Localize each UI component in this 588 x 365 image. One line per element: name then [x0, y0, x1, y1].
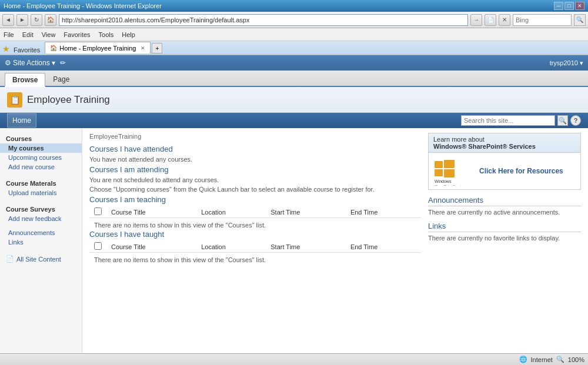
section-taught: Courses I have taught Course Title Locat…: [89, 230, 421, 264]
site-header: 📋 Employee Training: [0, 87, 588, 113]
site-search-input[interactable]: [461, 115, 555, 126]
user-menu[interactable]: trysp2010 ▾: [550, 59, 583, 67]
right-sidebar: Learn more about Windows® SharePoint® Se…: [428, 133, 581, 349]
close-btn[interactable]: ✕: [575, 2, 584, 10]
svg-rect-1: [444, 160, 455, 168]
taught-no-items: There are no items to show in this view …: [89, 255, 421, 264]
all-content-icon: 📄: [6, 255, 14, 263]
tab-page[interactable]: Page: [45, 72, 77, 86]
bing-search-input[interactable]: [513, 14, 572, 26]
bing-search-button[interactable]: 🔍: [574, 14, 586, 26]
sidebar-upcoming-courses[interactable]: Upcoming courses: [0, 153, 82, 162]
back-button[interactable]: ◄: [2, 14, 14, 26]
promo-header: Learn more about Windows® SharePoint® Se…: [429, 133, 580, 153]
menu-view[interactable]: View: [42, 31, 56, 38]
taught-table: Course Title Location Start Time End Tim…: [89, 241, 421, 253]
menu-bar: File Edit View Favorites Tools Help: [0, 28, 588, 41]
teaching-col-start: Start Time: [266, 206, 346, 218]
teaching-table: Course Title Location Start Time End Tim…: [89, 206, 421, 218]
promo-header-line1: Learn more about: [433, 136, 485, 143]
go-button[interactable]: →: [470, 14, 482, 26]
section-attended: Courses I have attended You have not att…: [89, 145, 421, 163]
section-attending: Courses I am attending You are not sched…: [89, 165, 421, 193]
browser-title: Home - Employee Training - Windows Inter…: [4, 2, 162, 9]
svg-rect-2: [435, 169, 443, 176]
taught-col-end: End Time: [346, 241, 421, 253]
site-icon-symbol: 📋: [10, 95, 20, 105]
tab-browse[interactable]: Browse: [5, 73, 45, 87]
main-area: Courses My courses Upcoming courses Add …: [0, 128, 588, 353]
refresh-button[interactable]: ↻: [31, 14, 42, 26]
stop-button[interactable]: ✕: [499, 14, 510, 26]
section-teaching: Courses I am teaching Course Title Locat…: [89, 195, 421, 230]
links-title: Links: [428, 222, 581, 232]
promo-content: Windows SharePoint Services Click Here f…: [429, 153, 580, 189]
ribbon-tabs: Browse Page: [0, 71, 588, 87]
divider-1: [0, 172, 82, 176]
sidebar-add-feedback[interactable]: Add new feedback: [0, 214, 82, 223]
materials-section-header: Course Materals: [0, 176, 82, 188]
sidebar-upload-materials[interactable]: Upload materials: [0, 188, 82, 197]
site-search-button[interactable]: 🔍: [557, 115, 568, 126]
teaching-col-end: End Time: [346, 206, 421, 218]
taught-col-title: Course Title: [106, 241, 196, 253]
promo-header-line2: Windows® SharePoint® Services: [433, 143, 536, 150]
section-title-attending: Courses I am attending: [89, 165, 421, 174]
home-browser-button[interactable]: 🏠: [45, 14, 56, 26]
content-area: EmployeeTraining Courses I have attended…: [82, 128, 588, 353]
tab-close-btn[interactable]: ✕: [141, 45, 145, 51]
taught-col-location: Location: [196, 241, 266, 253]
announcements-title: Announcements: [428, 196, 581, 206]
announcements-panel: Announcements There are currently no act…: [428, 196, 581, 216]
menu-help[interactable]: Help: [122, 31, 135, 38]
svg-rect-0: [435, 161, 443, 168]
forward-button[interactable]: ►: [16, 14, 28, 26]
nav-bar: Home 🔍 ?: [0, 113, 588, 128]
surveys-section-header: Course Surveys: [0, 202, 82, 214]
favorites-icon[interactable]: ★: [2, 44, 10, 53]
maximize-btn[interactable]: □: [564, 2, 574, 10]
svg-rect-3: [444, 169, 455, 178]
teaching-select-all[interactable]: [94, 207, 102, 215]
site-actions-button[interactable]: ⚙ Site Actions ▾: [5, 59, 55, 67]
promo-box: Learn more about Windows® SharePoint® Se…: [428, 133, 581, 190]
sidebar-announcements[interactable]: Announcements: [0, 228, 82, 237]
compat-button[interactable]: 📄: [485, 14, 496, 26]
attending-info1: You are not scheduled to attend any cour…: [89, 176, 421, 183]
section-title-teaching: Courses I am teaching: [89, 195, 421, 204]
nav-search-area: 🔍 ?: [461, 115, 581, 126]
attending-info2: Choose "Upcoming courses" from the Quick…: [89, 186, 421, 193]
windows-logo-svg: Windows SharePoint Services: [433, 156, 475, 186]
taught-select-all[interactable]: [94, 242, 102, 250]
menu-favorites[interactable]: Favorites: [64, 31, 90, 38]
new-tab-button[interactable]: +: [152, 43, 162, 53]
section-title-taught: Courses I have taught: [89, 230, 421, 239]
menu-edit[interactable]: Edit: [22, 31, 34, 38]
breadcrumb: EmployeeTraining: [89, 133, 421, 140]
browser-toolbar: ◄ ► ↻ 🏠 → 📄 ✕ 🔍: [0, 12, 588, 28]
teaching-no-items: There are no items to show in this view …: [89, 220, 421, 230]
active-tab[interactable]: 🏠 Home - Employee Training ✕: [45, 42, 151, 53]
menu-file[interactable]: File: [4, 31, 14, 38]
sidebar-links[interactable]: Links: [0, 237, 82, 247]
home-nav-link[interactable]: Home: [7, 113, 36, 128]
menu-tools[interactable]: Tools: [99, 31, 114, 38]
help-button[interactable]: ?: [570, 115, 581, 126]
courses-section-header: Courses: [0, 132, 82, 143]
sidebar-my-courses[interactable]: My courses: [0, 143, 82, 153]
links-text: There are currently no favorite links to…: [428, 235, 581, 242]
sidebar-all-site-content[interactable]: 📄 All Site Content: [0, 252, 82, 266]
divider-2: [0, 197, 82, 202]
address-bar[interactable]: [59, 14, 468, 26]
favorites-label[interactable]: Favorites: [14, 46, 40, 53]
divider-4: [0, 247, 82, 252]
edit-page-icon[interactable]: ✏: [60, 59, 66, 67]
minimize-btn[interactable]: ─: [554, 2, 563, 10]
sidebar-add-new-course[interactable]: Add new course: [0, 162, 82, 172]
links-panel: Links There are currently no favorite li…: [428, 222, 581, 242]
teaching-col-title: Course Title: [106, 206, 196, 218]
tab-favicon: 🏠: [50, 45, 57, 51]
windows-logo-container: Windows SharePoint Services: [433, 156, 475, 186]
gear-icon: ⚙: [5, 59, 11, 67]
promo-link[interactable]: Click Here for Resources: [479, 167, 563, 175]
